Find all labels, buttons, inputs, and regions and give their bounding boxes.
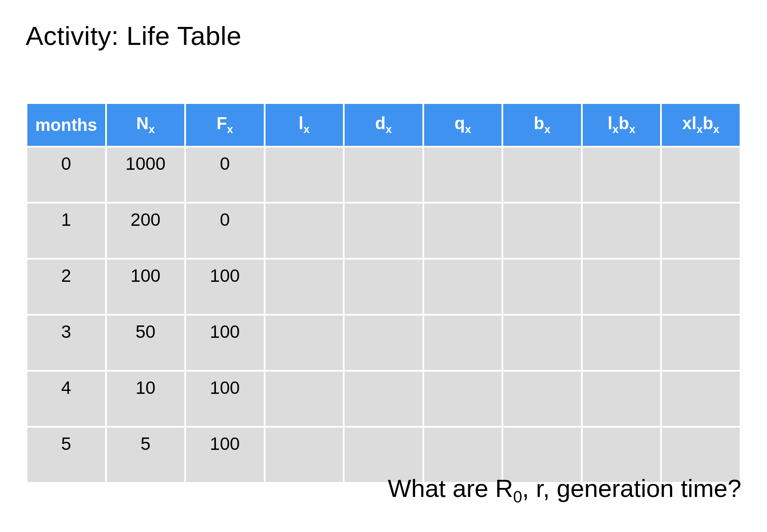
header-text: xl — [682, 114, 696, 133]
header-sub: x — [612, 123, 618, 136]
cell-qx — [424, 260, 502, 314]
cell-nx: 1000 — [107, 148, 185, 202]
table-body: 0 1000 0 1 200 0 — [27, 148, 740, 482]
cell-nx: 100 — [107, 260, 185, 314]
table-row: 1 200 0 — [27, 204, 740, 258]
col-header-bx: bx — [503, 104, 581, 146]
cell-fx: 100 — [186, 260, 264, 314]
header-text: b — [534, 114, 544, 133]
life-table: months Nx Fx lx dx qx bx — [26, 102, 741, 484]
header-text: F — [216, 114, 227, 133]
question-text: What are R0, r, generation time? — [388, 474, 741, 506]
header-text: l — [299, 114, 304, 133]
cell-dx — [345, 372, 422, 426]
header-row: months Nx Fx lx dx qx bx — [27, 104, 740, 146]
table-row: 3 50 100 — [27, 316, 740, 370]
cell-fx: 100 — [186, 316, 264, 370]
col-header-nx: Nx — [107, 104, 185, 146]
col-header-months: months — [27, 104, 105, 146]
header-text2: b — [703, 114, 713, 133]
cell-bx — [503, 204, 581, 258]
cell-nx: 10 — [107, 372, 185, 426]
col-header-fx: Fx — [186, 104, 264, 146]
header-sub: x — [386, 123, 392, 136]
cell-lxbx — [583, 148, 661, 202]
cell-bx — [503, 148, 581, 202]
cell-bx — [503, 260, 581, 314]
question-prefix: What are R — [388, 474, 513, 502]
header-text: d — [375, 114, 386, 133]
header-sub: x — [227, 123, 233, 136]
cell-fx: 0 — [186, 204, 264, 258]
col-header-lxbx: lxbx — [583, 104, 661, 146]
header-text: q — [454, 114, 465, 133]
cell-nx: 5 — [107, 428, 185, 482]
header-sub: x — [149, 123, 155, 136]
cell-lx — [266, 428, 343, 482]
cell-lxbx — [583, 372, 661, 426]
slide-title: Activity: Life Table — [26, 21, 741, 51]
cell-xlxbx — [662, 372, 740, 426]
question-suffix: , r, generation time? — [522, 474, 741, 502]
question-sub: 0 — [513, 488, 522, 506]
cell-lxbx — [583, 260, 661, 314]
cell-lxbx — [583, 204, 661, 258]
header-text: months — [35, 115, 97, 134]
header-text: N — [136, 114, 149, 133]
cell-qx — [424, 204, 502, 258]
cell-months: 5 — [27, 428, 105, 482]
slide: Activity: Life Table months Nx Fx lx dx — [0, 0, 767, 532]
cell-xlxbx — [662, 260, 740, 314]
cell-lx — [266, 372, 343, 426]
cell-lx — [266, 260, 343, 314]
table-row: 2 100 100 — [27, 260, 740, 314]
cell-qx — [424, 148, 502, 202]
cell-months: 3 — [27, 316, 105, 370]
header-sub: x — [304, 123, 310, 136]
col-header-qx: qx — [424, 104, 502, 146]
cell-months: 4 — [27, 372, 105, 426]
cell-months: 1 — [27, 204, 105, 258]
table-row: 4 10 100 — [27, 372, 740, 426]
cell-bx — [503, 372, 581, 426]
cell-months: 0 — [27, 148, 105, 202]
cell-fx: 100 — [186, 428, 264, 482]
cell-nx: 50 — [107, 316, 185, 370]
header-sub: x — [696, 123, 702, 136]
cell-xlxbx — [662, 148, 740, 202]
col-header-xlxbx: xlxbx — [662, 104, 740, 146]
cell-dx — [345, 148, 422, 202]
cell-dx — [345, 204, 422, 258]
table-head: months Nx Fx lx dx qx bx — [27, 104, 740, 146]
header-sub2: x — [629, 123, 635, 136]
header-text2: b — [619, 114, 629, 133]
cell-dx — [345, 260, 422, 314]
cell-xlxbx — [662, 316, 740, 370]
cell-bx — [503, 316, 581, 370]
cell-lx — [266, 316, 343, 370]
cell-months: 2 — [27, 260, 105, 314]
cell-fx: 0 — [186, 148, 264, 202]
table-row: 0 1000 0 — [27, 148, 740, 202]
cell-lx — [266, 148, 343, 202]
header-sub2: x — [713, 123, 719, 136]
col-header-lx: lx — [266, 104, 343, 146]
cell-lxbx — [583, 316, 661, 370]
header-sub: x — [544, 123, 550, 136]
cell-dx — [345, 316, 422, 370]
cell-fx: 100 — [186, 372, 264, 426]
cell-xlxbx — [662, 204, 740, 258]
header-text: l — [608, 114, 612, 133]
cell-qx — [424, 316, 502, 370]
col-header-dx: dx — [345, 104, 422, 146]
cell-qx — [424, 372, 502, 426]
cell-lx — [266, 204, 343, 258]
header-sub: x — [465, 123, 471, 136]
cell-nx: 200 — [107, 204, 185, 258]
